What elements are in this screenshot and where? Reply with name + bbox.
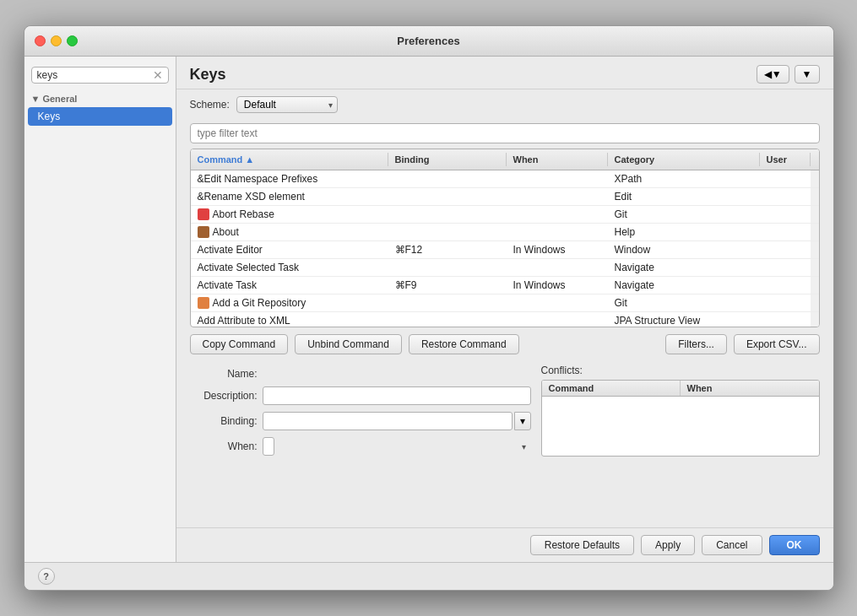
scroll-col [811, 206, 819, 223]
search-container: ✕ [24, 63, 176, 90]
name-label: Name: [190, 365, 258, 380]
cmd-name: Activate Editor [191, 241, 388, 258]
search-input[interactable] [37, 69, 149, 81]
binding-field-container: ▾ [263, 412, 531, 430]
filter-input[interactable] [190, 123, 820, 143]
window-body: ✕ ▼ General Keys Keys ◀▼ ▼ Scheme: [24, 57, 833, 562]
conflicts-body [542, 397, 819, 456]
when-label: When: [190, 437, 258, 452]
apply-button[interactable]: Apply [641, 535, 695, 555]
sidebar: ✕ ▼ General Keys [24, 57, 176, 562]
cmd-user [760, 312, 811, 327]
cmd-name: Add Attribute to XML [191, 312, 388, 327]
cmd-user [760, 206, 811, 223]
cmd-category: Git [608, 294, 760, 311]
ok-button[interactable]: OK [769, 535, 820, 555]
cmd-when: In Windows [507, 277, 608, 294]
cmd-when [507, 170, 608, 187]
cmd-icon [198, 226, 209, 238]
scroll-col [811, 277, 819, 294]
scroll-col [811, 312, 819, 327]
name-row: Name: [190, 365, 531, 380]
table-row[interactable]: Activate Selected Task Navigate [191, 259, 819, 277]
forward-button[interactable]: ▼ [795, 65, 820, 84]
minimize-button[interactable] [51, 35, 62, 46]
cmd-when [507, 224, 608, 240]
window-footer: ? [24, 562, 833, 590]
scroll-col [811, 188, 819, 205]
search-box: ✕ [31, 67, 169, 84]
filters-button[interactable]: Filters... [665, 334, 727, 354]
sidebar-group-general: ▼ General [24, 90, 176, 107]
header-actions: ◀▼ ▼ [757, 65, 820, 84]
binding-picker-button[interactable]: ▾ [514, 412, 531, 430]
back-button[interactable]: ◀▼ [757, 65, 789, 84]
table-row[interactable]: Add a Git Repository Git [191, 294, 819, 312]
conflicts-header: Command When [542, 381, 819, 397]
page-title: Keys [190, 66, 226, 84]
scroll-col [811, 294, 819, 311]
export-csv-button[interactable]: Export CSV... [734, 334, 820, 354]
description-input[interactable] [263, 386, 531, 405]
cmd-when [507, 312, 608, 327]
scheme-label: Scheme: [190, 99, 230, 111]
table-row[interactable]: Add Attribute to XML JPA Structure View [191, 312, 819, 327]
restore-command-button[interactable]: Restore Command [409, 334, 519, 354]
action-row: Copy Command Unbind Command Restore Comm… [176, 327, 833, 361]
scheme-row: Scheme: Default [176, 89, 833, 120]
table-row[interactable]: &Edit Namespace Prefixes XPath [191, 170, 819, 188]
binding-input[interactable] [263, 412, 513, 430]
cmd-when [507, 188, 608, 205]
col-user: User [760, 153, 811, 166]
help-button[interactable]: ? [38, 568, 55, 585]
table-row[interactable]: Abort Rebase Git [191, 206, 819, 224]
col-command: Command ▲ [191, 153, 388, 166]
cmd-name: Abort Rebase [191, 206, 388, 223]
cmd-binding [388, 206, 507, 223]
cmd-user [760, 259, 811, 276]
table-row[interactable]: About Help [191, 224, 819, 241]
cmd-category: JPA Structure View [608, 312, 760, 327]
table-header: Command ▲ Binding When Category User [191, 149, 819, 170]
cmd-category: Git [608, 206, 760, 223]
col-when: When [507, 153, 608, 166]
when-select[interactable] [263, 437, 274, 456]
maximize-button[interactable] [67, 35, 78, 46]
cmd-binding [388, 188, 507, 205]
conflicts-col-command: Command [542, 381, 681, 396]
cmd-name: &Rename XSD element [191, 188, 388, 205]
cmd-when [507, 294, 608, 311]
unbind-command-button[interactable]: Unbind Command [295, 334, 402, 354]
cmd-icon [198, 208, 209, 220]
cmd-user [760, 224, 811, 240]
close-button[interactable] [35, 35, 46, 46]
restore-defaults-button[interactable]: Restore Defaults [530, 535, 634, 555]
col-category: Category [608, 153, 760, 166]
commands-table: Command ▲ Binding When Category User &Ed… [190, 149, 820, 327]
main-header: Keys ◀▼ ▼ [176, 57, 833, 89]
cmd-name: About [191, 224, 388, 240]
cmd-category: Window [608, 241, 760, 258]
traffic-lights [35, 35, 78, 46]
bottom-bar: Restore Defaults Apply Cancel OK [176, 527, 833, 562]
table-row[interactable]: Activate Editor ⌘F12 In Windows Window [191, 241, 819, 259]
search-clear-icon[interactable]: ✕ [153, 69, 163, 81]
table-row[interactable]: Activate Task ⌘F9 In Windows Navigate [191, 277, 819, 294]
cmd-user [760, 188, 811, 205]
copy-command-button[interactable]: Copy Command [190, 334, 289, 354]
col-scroll [811, 153, 820, 166]
window-title: Preferences [397, 35, 459, 47]
sidebar-item-keys[interactable]: Keys [28, 107, 172, 126]
conflicts-col-when: When [681, 381, 819, 396]
titlebar: Preferences [24, 26, 833, 57]
cmd-category: Navigate [608, 277, 760, 294]
cmd-name: Activate Task [191, 277, 388, 294]
sidebar-item-keys-label: Keys [38, 111, 61, 122]
table-row[interactable]: &Rename XSD element Edit [191, 188, 819, 206]
scroll-col [811, 224, 819, 240]
main-content: Keys ◀▼ ▼ Scheme: Default [176, 57, 833, 562]
scheme-select[interactable]: Default [236, 96, 338, 113]
cancel-button[interactable]: Cancel [702, 535, 762, 555]
description-row: Description: [190, 386, 531, 405]
binding-label: Binding: [190, 412, 258, 427]
